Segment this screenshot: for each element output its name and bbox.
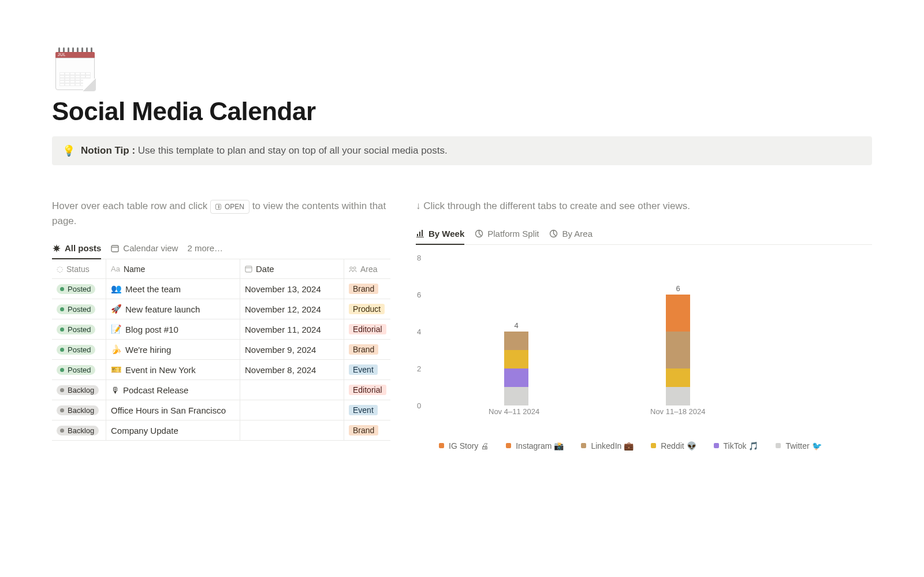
- legend-swatch: [651, 443, 656, 448]
- row-title: Company Update: [111, 426, 178, 435]
- legend-swatch: [439, 443, 444, 448]
- page-icon: JUL: [52, 46, 98, 92]
- left-view-tabs: All posts Calendar view 2 more…: [52, 240, 390, 259]
- table-row[interactable]: Posted👥Meet the teamNovember 13, 2024Bra…: [52, 279, 390, 299]
- date-header-icon: [245, 265, 252, 273]
- cell-date: [240, 400, 344, 420]
- cell-area: Editorial: [344, 380, 391, 400]
- open-chip[interactable]: OPEN: [210, 200, 249, 214]
- cell-status: Posted: [52, 360, 106, 379]
- status-badge: Backlog: [57, 405, 99, 415]
- open-icon: [215, 204, 221, 210]
- bar-segment: [504, 350, 528, 368]
- table-row[interactable]: Posted📝Blog post #10November 11, 2024Edi…: [52, 319, 390, 340]
- tab-calendar-view[interactable]: Calendar view: [110, 240, 178, 258]
- cell-date: November 11, 2024: [240, 319, 344, 339]
- area-tag: Brand: [349, 344, 378, 355]
- legend-item[interactable]: Reddit 👽: [651, 441, 696, 451]
- tab-by-week[interactable]: By Week: [416, 225, 464, 245]
- y-tick: 6: [417, 290, 421, 299]
- y-tick: 0: [417, 401, 421, 410]
- bulb-icon: 💡: [62, 144, 75, 157]
- cell-status: Backlog: [52, 420, 106, 440]
- cell-date: November 8, 2024: [240, 360, 344, 379]
- bar-segment: [504, 332, 528, 350]
- col-status[interactable]: ◌ Status: [52, 259, 106, 278]
- cell-area: Event: [344, 360, 390, 379]
- bar-total-label: 6: [666, 284, 690, 293]
- legend-item[interactable]: LinkedIn 💼: [581, 441, 634, 451]
- tab-platform-split[interactable]: Platform Split: [475, 225, 539, 244]
- table-row[interactable]: Posted🚀New feature launchNovember 12, 20…: [52, 299, 390, 319]
- table-row[interactable]: Backlog🎙Podcast ReleaseEditorial: [52, 380, 390, 400]
- legend-item[interactable]: Instagram 📸: [506, 441, 564, 451]
- cell-name[interactable]: 📝Blog post #10: [106, 319, 240, 339]
- cell-name[interactable]: 🚀New feature launch: [106, 299, 240, 319]
- y-tick: 2: [417, 364, 421, 373]
- chart-view-tabs: By Week Platform Split By Area: [416, 225, 872, 245]
- tab-by-area[interactable]: By Area: [549, 225, 593, 244]
- status-header-icon: ◌: [57, 265, 63, 273]
- status-badge: Posted: [57, 304, 95, 314]
- legend-label: Twitter 🐦: [785, 441, 821, 451]
- row-emoji-icon: 👥: [111, 284, 122, 294]
- row-emoji-icon: 🚀: [111, 304, 122, 314]
- cell-name[interactable]: 🎫Event in New York: [106, 360, 240, 379]
- cell-name[interactable]: 🎙Podcast Release: [106, 380, 240, 400]
- bar-segment: [666, 313, 690, 332]
- cell-status: Backlog: [52, 380, 106, 400]
- row-emoji-icon: 🍌: [111, 344, 122, 355]
- legend-label: Reddit 👽: [661, 441, 696, 451]
- table-row[interactable]: Posted🍌We're hiringNovember 9, 2024Brand: [52, 340, 390, 360]
- col-date[interactable]: Date: [240, 259, 344, 278]
- area-tag: Brand: [349, 425, 378, 435]
- table-row[interactable]: Posted🎫Event in New YorkNovember 8, 2024…: [52, 360, 390, 380]
- legend-item[interactable]: Twitter 🐦: [776, 441, 821, 451]
- cell-area: Product: [344, 299, 390, 319]
- svg-rect-0: [111, 245, 118, 252]
- pie-chart-icon: [549, 229, 558, 238]
- legend-item[interactable]: TikTok 🎵: [714, 441, 759, 451]
- cell-area: Brand: [344, 340, 390, 359]
- svg-rect-2: [245, 266, 252, 272]
- col-area[interactable]: Area: [344, 259, 390, 278]
- cell-area: Brand: [344, 420, 390, 440]
- row-emoji-icon: 🎙: [111, 385, 120, 395]
- cell-name[interactable]: 🍌We're hiring: [106, 340, 240, 359]
- table-header: ◌ Status Aa Name Date: [52, 259, 390, 279]
- tabs-more[interactable]: 2 more…: [187, 240, 223, 258]
- area-header-icon: [349, 266, 357, 273]
- chart-legend: IG Story 🖨Instagram 📸LinkedIn 💼Reddit 👽T…: [416, 441, 872, 451]
- svg-point-4: [350, 267, 352, 269]
- cell-name[interactable]: 👥Meet the team: [106, 279, 240, 299]
- bar-chart-icon: [416, 229, 424, 238]
- stacked-bar: 4: [504, 332, 528, 405]
- cell-status: Posted: [52, 279, 106, 299]
- bar-total-label: 4: [504, 321, 528, 330]
- area-tag: Editorial: [349, 385, 386, 395]
- legend-label: IG Story 🖨: [449, 441, 489, 451]
- status-badge: Posted: [57, 284, 95, 294]
- tab-all-posts[interactable]: All posts: [52, 240, 101, 259]
- stacked-bar: 6: [666, 295, 690, 405]
- cell-status: Backlog: [52, 400, 106, 420]
- left-hint: Hover over each table row and click OPEN…: [52, 199, 390, 228]
- y-tick: 4: [417, 327, 421, 336]
- cell-name[interactable]: Office Hours in San Francisco: [106, 400, 240, 420]
- bar-segment: [666, 368, 690, 387]
- tip-callout: 💡 Notion Tip : Use this template to plan…: [52, 136, 872, 165]
- row-emoji-icon: 📝: [111, 324, 122, 334]
- asterisk-icon: [52, 244, 61, 253]
- table-row[interactable]: BacklogOffice Hours in San FranciscoEven…: [52, 400, 390, 420]
- legend-swatch: [581, 443, 586, 448]
- status-badge: Posted: [57, 345, 95, 355]
- legend-item[interactable]: IG Story 🖨: [439, 441, 489, 451]
- name-header-icon: Aa: [111, 265, 120, 273]
- cell-status: Posted: [52, 340, 106, 359]
- row-title: Blog post #10: [125, 325, 178, 334]
- bar-segment: [666, 295, 690, 313]
- cell-name[interactable]: Company Update: [106, 420, 240, 440]
- col-name[interactable]: Aa Name: [106, 259, 240, 278]
- table-row[interactable]: BacklogCompany UpdateBrand: [52, 420, 390, 441]
- row-title: Event in New York: [125, 365, 196, 375]
